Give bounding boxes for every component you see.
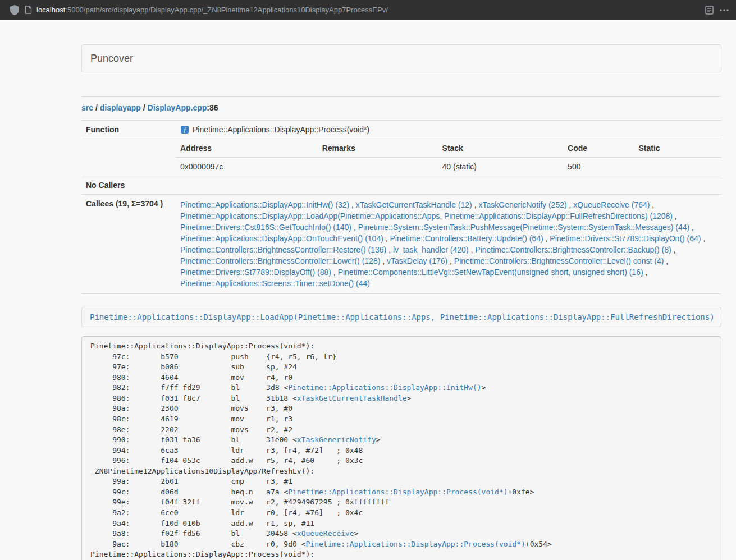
- function-icon: f: [180, 125, 189, 134]
- code-symbol-link[interactable]: xTaskGetCurrentTaskHandle: [297, 394, 407, 402]
- disassembly-pre: Pinetime::Applications::DisplayApp::Proc…: [81, 336, 721, 560]
- address-bar[interactable]: localhost:5000/path/src/displayapp/Displ…: [25, 6, 700, 14]
- url-host: localhost: [36, 6, 65, 14]
- code-symbol-link[interactable]: xTaskGenericNotify: [297, 435, 376, 444]
- callee-link[interactable]: Pinetime::Applications::DisplayApp::OnTo…: [180, 234, 383, 243]
- callee-link[interactable]: Pinetime::Applications::DisplayApp::Load…: [180, 212, 673, 221]
- code-symbol-link[interactable]: xQueueReceive: [297, 529, 354, 538]
- code-symbol-link[interactable]: Pinetime::Applications::DisplayApp::Proc…: [306, 540, 525, 548]
- column-header-address: Address: [176, 139, 318, 158]
- code-symbol-link[interactable]: Pinetime::Applications::DisplayApp::Init…: [288, 383, 481, 392]
- column-header-remarks: Remarks: [318, 139, 438, 158]
- app-brand[interactable]: Puncover: [82, 53, 141, 65]
- app-navbar: Puncover: [81, 44, 721, 72]
- callee-link[interactable]: Pinetime::System::SystemTask::PushMessag…: [358, 223, 690, 232]
- callee-link[interactable]: Pinetime::Drivers::Cst816S::GetTouchInfo…: [180, 223, 351, 232]
- breadcrumb-link-src[interactable]: src: [81, 103, 93, 112]
- callee-link[interactable]: vTaskDelay (176): [387, 256, 447, 265]
- callee-link[interactable]: xTaskGetCurrentTaskHandle (12): [356, 200, 472, 209]
- callee-link[interactable]: xQueueReceive (764): [573, 200, 650, 209]
- callee-link[interactable]: Pinetime::Applications::Screens::Timer::…: [180, 279, 370, 288]
- shield-icon[interactable]: [10, 5, 19, 15]
- breadcrumb: src / displayapp / DisplayApp.cpp:86: [81, 103, 721, 112]
- callee-link[interactable]: Pinetime::Controllers::BrightnessControl…: [454, 256, 664, 265]
- breadcrumb-link-displayapp[interactable]: displayapp: [100, 103, 141, 112]
- no-callers-row: No Callers: [81, 176, 721, 195]
- breadcrumb-line-number: :86: [207, 103, 218, 112]
- breadcrumb-separator: /: [95, 103, 98, 112]
- overflow-menu-icon[interactable]: [719, 8, 729, 12]
- page-container: Puncover src / displayapp / DisplayApp.c…: [81, 44, 721, 560]
- browser-chrome: localhost:5000/path/src/displayapp/Displ…: [0, 0, 736, 20]
- stats-table: Address Remarks Stack Code Static 0x0000…: [176, 139, 721, 176]
- no-callers-label: No Callers: [81, 176, 176, 195]
- function-row-label: Function: [81, 121, 176, 139]
- reader-mode-icon[interactable]: [705, 6, 714, 15]
- callee-link[interactable]: Pinetime::Controllers::BrightnessControl…: [180, 245, 386, 254]
- code-value: 500: [563, 158, 634, 176]
- static-value: [634, 158, 721, 176]
- callee-link[interactable]: lv_task_handler (420): [393, 245, 469, 254]
- function-name: Pinetime::Applications::DisplayApp::Proc…: [193, 125, 369, 134]
- url-path: :5000/path/src/displayapp/DisplayApp.cpp…: [65, 6, 388, 14]
- column-header-stack: Stack: [438, 139, 564, 158]
- stats-row-label: [81, 139, 176, 176]
- highlighted-callee-link[interactable]: Pinetime::Applications::DisplayApp::Load…: [90, 313, 721, 322]
- breadcrumb-link-file[interactable]: DisplayApp.cpp: [148, 103, 207, 112]
- callees-row: Callees (19, Σ=3704 ) Pinetime::Applicat…: [81, 195, 721, 294]
- url-text: localhost:5000/path/src/displayapp/Displ…: [36, 6, 388, 14]
- column-header-static: Static: [634, 139, 721, 158]
- callee-link[interactable]: Pinetime::Controllers::BrightnessControl…: [475, 245, 671, 254]
- callee-link[interactable]: Pinetime::Components::LittleVgl::SetNewT…: [338, 268, 643, 277]
- divider: [81, 96, 721, 97]
- callee-link[interactable]: Pinetime::Applications::DisplayApp::Init…: [180, 200, 349, 209]
- column-header-code: Code: [563, 139, 634, 158]
- address-value: 0x0000097c: [176, 158, 318, 176]
- stack-value: 40 (static): [438, 158, 564, 176]
- remarks-value: [318, 158, 438, 176]
- stats-header-row: Address Remarks Stack Code Static: [176, 139, 721, 158]
- callees-list: Pinetime::Applications::DisplayApp::Init…: [180, 199, 717, 289]
- code-symbol-link[interactable]: Pinetime::Applications::DisplayApp::Proc…: [288, 488, 508, 496]
- callee-link[interactable]: Pinetime::Drivers::St7789::DisplayOff() …: [180, 268, 331, 277]
- page-icon[interactable]: [25, 6, 32, 14]
- function-row: Function f Pinetime::Applications::Displ…: [81, 121, 721, 139]
- callee-link[interactable]: Pinetime::Controllers::Battery::Update()…: [390, 234, 543, 243]
- breadcrumb-separator: /: [143, 103, 145, 112]
- callee-link[interactable]: xTaskGenericNotify (252): [478, 200, 566, 209]
- stats-row: Address Remarks Stack Code Static 0x0000…: [81, 139, 721, 176]
- function-table: Function f Pinetime::Applications::Displ…: [81, 120, 721, 294]
- callee-link[interactable]: Pinetime::Controllers::BrightnessControl…: [180, 256, 380, 265]
- callee-link[interactable]: Pinetime::Drivers::St7789::DisplayOn() (…: [550, 234, 701, 243]
- callees-label: Callees (19, Σ=3704 ): [81, 195, 176, 294]
- highlighted-callee-panel: Pinetime::Applications::DisplayApp::Load…: [81, 307, 721, 327]
- stats-data-row: 0x0000097c 40 (static) 500: [176, 158, 721, 176]
